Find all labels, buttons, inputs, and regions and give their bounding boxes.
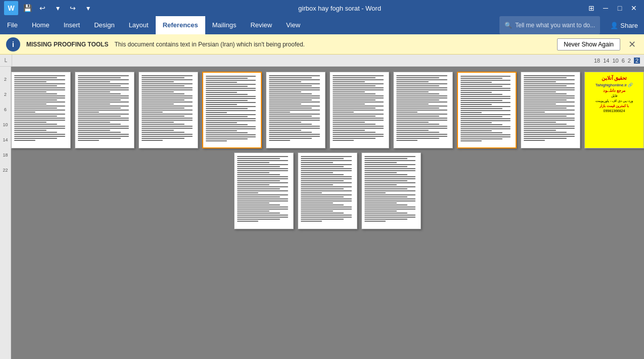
tab-view[interactable]: View xyxy=(279,16,307,34)
person-icon: 👤 xyxy=(610,22,618,29)
share-label: Share xyxy=(620,22,638,29)
page-1-content xyxy=(12,72,70,144)
page-12[interactable] xyxy=(298,152,357,229)
redo-button[interactable]: ↪ xyxy=(67,3,79,13)
page-7-content xyxy=(394,72,452,144)
undo-dropdown[interactable]: ▾ xyxy=(52,3,64,13)
page-3[interactable] xyxy=(139,72,198,148)
page-9[interactable] xyxy=(521,72,580,148)
page-6[interactable] xyxy=(330,72,389,148)
ruler-numbers: 18 14 10 6 2 2 xyxy=(12,58,644,64)
vruler-14: 14 xyxy=(3,132,8,147)
page-13-content xyxy=(362,153,421,225)
page-12-content xyxy=(298,153,357,225)
ruler-num-18: 18 xyxy=(594,58,600,64)
window-icon-button[interactable]: ⊞ xyxy=(585,3,597,13)
info-icon: i xyxy=(6,37,20,52)
ad-desc3: با کمترین قیمت بازار xyxy=(588,104,640,108)
ribbon: File Home Insert Design Layout Reference… xyxy=(0,16,644,34)
ribbon-search[interactable]: 🔍 Tell me what you want to do... xyxy=(499,16,600,34)
vruler-10: 10 xyxy=(3,117,8,132)
ruler-num-6: 6 xyxy=(622,58,625,64)
ruler-corner: L xyxy=(0,55,12,67)
ad-desc1: فایل xyxy=(588,94,640,98)
page-6-content xyxy=(330,72,389,144)
document-area: تحقیق آنلاین Tahighighonline.ir 🔗 مرجع د… xyxy=(11,67,644,359)
customize-button[interactable]: ▾ xyxy=(82,3,94,13)
tab-insert[interactable]: Insert xyxy=(57,16,87,34)
vruler-6: 6 xyxy=(4,102,7,117)
page-2[interactable] xyxy=(75,72,134,148)
tab-layout[interactable]: Layout xyxy=(122,16,156,34)
save-button[interactable]: 💾 xyxy=(21,3,33,13)
ruler-num-2-highlight: 2 xyxy=(634,58,640,64)
page-3-content xyxy=(139,72,198,144)
tab-design[interactable]: Design xyxy=(87,16,121,34)
tab-review[interactable]: Review xyxy=(243,16,279,34)
page-row-1: تحقیق آنلاین Tahighighonline.ir 🔗 مرجع د… xyxy=(11,72,644,148)
close-button[interactable]: ✕ xyxy=(628,3,640,13)
notification-bar: i MISSING PROOFING TOOLS This document c… xyxy=(0,34,644,55)
vruler-18: 18 xyxy=(3,147,8,163)
ad-desc2: ورد-پی دی اف - پاورپوینت xyxy=(588,99,640,103)
ruler-num-14: 14 xyxy=(603,58,609,64)
vruler-22: 22 xyxy=(3,163,8,178)
tab-references[interactable]: References xyxy=(156,16,205,34)
ad-phone: 09981366824 xyxy=(588,109,640,113)
tab-mailings[interactable]: Mailings xyxy=(205,16,244,34)
ad-title: تحقیق آنلاین xyxy=(588,75,640,81)
page-1[interactable] xyxy=(11,72,71,148)
main-area: 2 2 6 10 14 18 22 xyxy=(0,67,644,359)
page-13[interactable] xyxy=(361,152,421,229)
horizontal-ruler: L 18 14 10 6 2 2 xyxy=(0,55,644,67)
title-bar-left: W 💾 ↩ ▾ ↪ ▾ xyxy=(4,1,94,15)
page-8[interactable] xyxy=(457,72,517,148)
tab-file[interactable]: File xyxy=(0,16,25,34)
vruler-2b: 2 xyxy=(4,87,7,102)
title-bar: W 💾 ↩ ▾ ↪ ▾ girbox hay fogh sorat - Word… xyxy=(0,0,644,16)
ad-url: Tahighighonline.ir 🔗 xyxy=(588,83,640,87)
never-show-again-button[interactable]: Never Show Again xyxy=(557,38,620,50)
vertical-ruler: 2 2 6 10 14 18 22 xyxy=(0,67,11,359)
page-10-ad[interactable]: تحقیق آنلاین Tahighighonline.ir 🔗 مرجع د… xyxy=(584,72,644,148)
page-2-content xyxy=(75,72,134,144)
search-icon: 🔍 xyxy=(504,22,512,29)
search-text: Tell me what you want to do... xyxy=(515,22,595,29)
notification-close-button[interactable]: ✕ xyxy=(626,39,638,50)
notification-title: MISSING PROOFING TOOLS xyxy=(26,41,108,48)
word-icon: W xyxy=(4,1,18,15)
ad-slogan: مرجع دانلـ ـود xyxy=(588,88,640,93)
minimize-button[interactable]: ─ xyxy=(600,3,612,13)
page-row-2 xyxy=(234,152,421,229)
title-bar-right: ⊞ ─ □ ✕ xyxy=(585,3,640,13)
ruler-num-10: 10 xyxy=(612,58,618,64)
notification-message: This document contains text in Persian (… xyxy=(114,41,551,48)
page-11-content xyxy=(235,153,293,225)
page-9-content xyxy=(521,72,580,144)
page-5-content xyxy=(266,72,325,144)
share-button[interactable]: 👤 Share xyxy=(604,16,644,34)
page-11[interactable] xyxy=(234,152,294,229)
page-4-content xyxy=(203,73,261,144)
ruler-num-2: 2 xyxy=(628,58,631,64)
vruler-2a: 2 xyxy=(4,72,7,87)
window-title: girbox hay fogh sorat - Word xyxy=(94,5,585,12)
tab-home[interactable]: Home xyxy=(25,16,57,34)
page-5[interactable] xyxy=(266,72,326,148)
vertical-ruler-numbers: 2 2 6 10 14 18 22 xyxy=(3,67,8,178)
maximize-button[interactable]: □ xyxy=(614,3,626,13)
page-8-content xyxy=(458,73,516,144)
ad-content: تحقیق آنلاین Tahighighonline.ir 🔗 مرجع د… xyxy=(585,72,643,116)
page-7[interactable] xyxy=(393,72,453,148)
page-4[interactable] xyxy=(202,72,262,148)
undo-button[interactable]: ↩ xyxy=(36,3,49,13)
